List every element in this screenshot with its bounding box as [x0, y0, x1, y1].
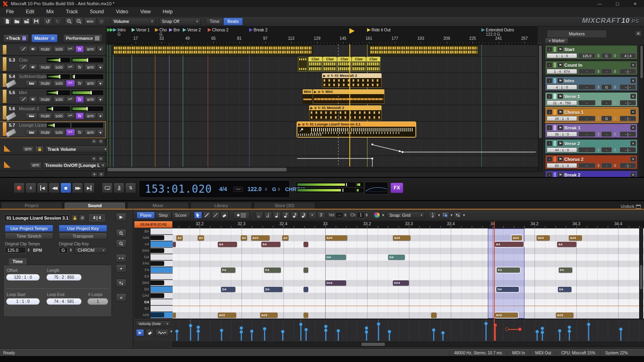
piano-key-ds4[interactable]: D#4 — [134, 280, 173, 286]
marker-flag-button[interactable]: ⚑ — [557, 172, 563, 177]
marker-tempo-spinner[interactable] — [597, 163, 600, 168]
clip-noloop-button[interactable]: ⊘ — [79, 214, 86, 221]
automation-button[interactable] — [66, 113, 75, 119]
piano-key-g4[interactable]: G4 — [134, 254, 173, 261]
key-graphic[interactable] — [151, 286, 173, 292]
velocity-handle[interactable] — [568, 325, 571, 329]
mute-button[interactable]: mute — [38, 129, 52, 136]
track-volume-slider[interactable] — [47, 58, 70, 62]
marker-tempo[interactable]: - — [578, 84, 595, 90]
add-track-menu-icon[interactable] — [22, 36, 26, 41]
speaker-button[interactable] — [29, 96, 37, 103]
midi-note-as4[interactable]: A#4 — [251, 235, 270, 241]
marker-tempo-spinner[interactable] — [597, 116, 600, 121]
editor-tab-score[interactable]: Score — [171, 212, 190, 219]
go-to-end-button[interactable]: ▶ — [84, 183, 95, 193]
velocity-handle[interactable] — [196, 329, 200, 333]
marker-delete-button[interactable]: ✕ — [630, 125, 636, 130]
automation-button[interactable] — [66, 96, 75, 103]
speaker-button[interactable] — [29, 64, 37, 70]
automation-lane-1[interactable]: +×armTrack Volume▾ — [0, 138, 105, 155]
track-volume-slider[interactable] — [47, 107, 70, 111]
velocity-stem[interactable] — [378, 324, 379, 341]
solo-button[interactable]: solo — [53, 113, 65, 119]
add-marker-button[interactable]: + Marker — [545, 38, 568, 44]
marker-key[interactable]: C — [601, 53, 612, 58]
arm-button[interactable]: arm — [85, 80, 96, 86]
marker-tempo[interactable]: 125.0 — [578, 53, 595, 58]
instrument-keys-button[interactable] — [25, 129, 37, 136]
key-graphic[interactable] — [151, 241, 173, 247]
midi-note-as4[interactable]: A#4 — [512, 235, 522, 241]
velocity-link-handle[interactable] — [518, 327, 522, 331]
marker-position[interactable]: 60 : 1 : 0 — [547, 163, 577, 168]
punch-in-out-button[interactable]: ⇅ — [125, 183, 136, 193]
zoom-in-button[interactable] — [65, 17, 74, 25]
snap-mode-dropdown[interactable]: Snap Off▾ — [159, 18, 201, 25]
menu-video[interactable]: Video — [110, 7, 134, 16]
duration-h-button[interactable] — [264, 212, 272, 219]
lane-lock-button[interactable] — [35, 146, 44, 152]
color-dropdown-caret[interactable]: ▾ — [382, 213, 384, 217]
piano-key-b4[interactable]: B4 — [134, 228, 173, 235]
velocity-handle[interactable] — [377, 322, 380, 326]
import-button[interactable] — [22, 17, 31, 25]
piano-roll-ruler[interactable]: 32.232.332.43333.233.333.43434.234.334.4 — [173, 221, 644, 228]
triplet-button[interactable]: 3 — [317, 212, 325, 219]
clip-01-messiah-2[interactable]: ▶⊘↻01 Messiah 2 — [309, 105, 382, 120]
midi-note-d4[interactable]: D4 — [496, 287, 519, 292]
velocity-handle[interactable] — [365, 330, 368, 334]
marker-expand-button[interactable]: › — [547, 172, 552, 177]
speaker-button[interactable] — [29, 46, 37, 52]
velocity-erase-button[interactable] — [146, 329, 154, 336]
fx-button[interactable]: fx — [76, 129, 84, 136]
marker-card-chorus-1[interactable]: ›⚑Chorus 1✕28 : 1 : 0-G- | - — [545, 108, 638, 122]
velocity-handle[interactable] — [239, 326, 243, 330]
velocity-handle[interactable] — [541, 327, 544, 330]
key-spinner[interactable] — [278, 187, 280, 191]
marker-delete-button[interactable]: ✕ — [630, 62, 636, 68]
zoom-out-button[interactable] — [116, 239, 126, 248]
piano-key-d4[interactable]: D4 — [134, 286, 173, 293]
key-graphic[interactable] — [151, 228, 173, 234]
marker-position[interactable]: 4 : 1 : 0 — [547, 84, 577, 90]
velocity-handle[interactable] — [239, 330, 243, 334]
marker-color-chip[interactable] — [553, 125, 556, 130]
midi-note-as4[interactable]: A#4 — [569, 235, 582, 241]
marker-expand-button[interactable]: › — [547, 141, 552, 146]
midi-note-d4[interactable]: D4 — [221, 287, 235, 292]
clip-clav[interactable]: Clav — [366, 57, 380, 72]
marker-expand-button[interactable]: › — [547, 109, 552, 115]
track-options-chevron[interactable]: ▾ — [97, 96, 104, 103]
piano-key-b3[interactable]: B3 — [134, 306, 173, 312]
beats-toggle-button[interactable]: Beats — [223, 18, 243, 25]
lane-parameter-dropdown[interactable]: Tremolo On/Off [Lounge Liz...▾ — [43, 162, 106, 169]
erase-tool-button[interactable] — [221, 212, 229, 219]
marker-delete-button[interactable]: ✕ — [630, 172, 636, 177]
tab-store-30-[interactable]: Store (30) — [254, 202, 315, 209]
transpose-button[interactable]: Transpose — [59, 232, 107, 239]
marker-key-spinner[interactable] — [613, 84, 617, 90]
track-row-5.4[interactable]: 5.4SoftHornStabsmutesolofxarm▾ — [0, 73, 105, 88]
mute-button[interactable]: mute — [38, 96, 52, 103]
marker-flag-button[interactable]: ⚑ — [557, 47, 563, 52]
zoom-out-button[interactable] — [74, 17, 83, 25]
midi-note-as4[interactable]: A#4 — [325, 235, 347, 241]
clip-01-lounge-lizard-session-3-1[interactable]: ▶⊘↻01 Lounge Lizard Session 3.1 — [297, 122, 416, 137]
midi-activity-button[interactable]: MIDI — [84, 17, 96, 25]
marker-key[interactable]: - — [601, 132, 612, 137]
velocity-handle[interactable] — [587, 323, 590, 326]
marker-key-spinner[interactable] — [613, 100, 617, 105]
key-graphic[interactable] — [151, 293, 173, 299]
automation-button[interactable] — [66, 64, 75, 70]
clip-clav[interactable]: Clav — [323, 57, 337, 72]
marker-position[interactable]: 36 : 1 : 0 — [547, 132, 577, 137]
marker-key[interactable]: G — [601, 116, 612, 121]
marker-tempo-spinner[interactable] — [597, 84, 600, 90]
marker-expand-button[interactable]: › — [547, 156, 552, 162]
marker-tempo-spinner[interactable] — [597, 69, 600, 74]
midi-note-f4[interactable]: F4 — [221, 267, 235, 273]
midi-note-f4[interactable]: F4 — [559, 267, 572, 273]
clip-waveform[interactable] — [298, 57, 308, 72]
marker-expand-button[interactable]: › — [547, 125, 552, 130]
